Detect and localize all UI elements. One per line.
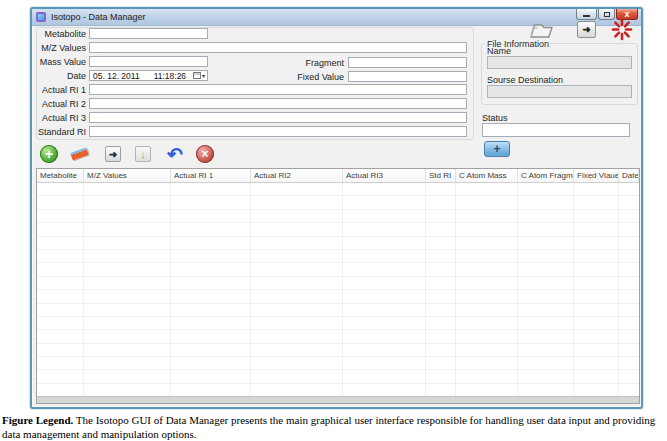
plus-icon: + (493, 143, 500, 155)
grid-line (618, 183, 619, 396)
import-button[interactable]: ➜ (105, 146, 121, 162)
column-header[interactable]: C Atom Mass (456, 169, 518, 182)
plus-icon: + (45, 146, 53, 162)
chevron-down-icon: ▾ (202, 72, 205, 79)
table-row[interactable] (37, 183, 639, 196)
date-picker[interactable]: 05. 12. 2011 11:18:26 ▾ (89, 70, 208, 81)
table-row[interactable] (37, 304, 639, 317)
grid-line (250, 183, 251, 396)
metabolite-input[interactable] (89, 28, 208, 39)
data-manager-window: Isotopo - Data Manager x Metabolite M/Z … (30, 7, 643, 409)
source-destination-label: Sourse Destination (487, 75, 563, 85)
table-row[interactable] (37, 290, 639, 303)
figure-page: Isotopo - Data Manager x Metabolite M/Z … (0, 0, 667, 441)
grid-line (170, 183, 171, 396)
mz-values-label: M/Z Values (36, 43, 86, 54)
minimize-button[interactable] (576, 9, 597, 20)
column-header[interactable]: Actual RI3 (343, 169, 426, 182)
status-label: Status (482, 113, 508, 123)
spinner-icon (610, 18, 634, 41)
table-row[interactable] (37, 237, 639, 250)
table-row[interactable] (37, 384, 639, 396)
table-body[interactable] (37, 183, 639, 396)
table-row[interactable] (37, 317, 639, 330)
source-destination-field (487, 85, 632, 98)
grid-line (517, 183, 518, 396)
date-value: 05. 12. 2011 (90, 71, 140, 81)
name-field (487, 56, 632, 69)
grid-line (573, 183, 574, 396)
grid-line (83, 183, 84, 396)
app-icon (36, 12, 46, 22)
figure-legend: Figure Legend. The Isotopo GUI of Data M… (2, 413, 665, 441)
table-row[interactable] (37, 344, 639, 357)
mz-values-input[interactable] (89, 42, 467, 53)
date-label: Date (36, 71, 86, 82)
date-dropdown[interactable]: ▾ (193, 72, 207, 79)
table-row[interactable] (37, 196, 639, 209)
actual-ri1-input[interactable] (89, 84, 467, 95)
column-header[interactable]: Date (619, 169, 639, 182)
column-header[interactable]: Metabolite (37, 169, 84, 182)
table-row[interactable] (37, 330, 639, 343)
arrow-right-icon: ➜ (109, 149, 117, 160)
legend-prefix: Figure Legend. (2, 414, 73, 426)
fixed-value-label: Fixed Value (268, 72, 344, 83)
column-header[interactable]: Fixed Vlaue (574, 169, 619, 182)
clear-form-button[interactable] (70, 145, 88, 163)
standard-ri-input[interactable] (89, 126, 467, 137)
eraser-icon (70, 147, 89, 160)
folder-icon (528, 19, 555, 40)
grid-line (455, 183, 456, 396)
column-header[interactable]: C Atom Fragment (518, 169, 574, 182)
fixed-value-input[interactable] (348, 71, 467, 82)
table-row[interactable] (37, 357, 639, 370)
busy-indicator (610, 18, 634, 45)
add-file-button[interactable]: + (484, 141, 510, 157)
window-title: Isotopo - Data Manager (51, 9, 146, 26)
arrow-forward-icon: ➜ (582, 24, 590, 35)
name-label: Name (487, 46, 511, 56)
minimize-icon (583, 15, 590, 17)
legend-text: The Isotopo GUI of Data Manager presents… (2, 414, 655, 440)
table-row[interactable] (37, 263, 639, 276)
records-table: MetaboliteM/Z ValuesActual RI 1Actual RI… (36, 168, 640, 404)
table-row[interactable] (37, 223, 639, 236)
column-header[interactable]: M/Z Values (84, 169, 171, 182)
mass-value-input[interactable] (89, 56, 208, 67)
horizontal-scrollbar[interactable] (37, 396, 639, 403)
column-header[interactable]: Actual RI 1 (171, 169, 251, 182)
file-information-group: File Information Name Sourse Destination (481, 43, 638, 105)
table-row[interactable] (37, 277, 639, 290)
actual-ri3-input[interactable] (89, 112, 467, 123)
actual-ri2-label: Actual RI 2 (36, 99, 86, 110)
fragment-label: Fragment (268, 58, 344, 69)
time-value: 11:18:26 (154, 71, 186, 81)
metabolite-label: Metabolite (36, 29, 86, 40)
actual-ri1-label: Actual RI 1 (36, 85, 86, 96)
delete-button[interactable]: × (196, 145, 214, 163)
status-input[interactable] (482, 123, 630, 137)
send-to-button[interactable]: ➜ (577, 21, 596, 38)
column-header[interactable]: Actual RI2 (251, 169, 343, 182)
actual-ri3-label: Actual RI 3 (36, 113, 86, 124)
maximize-icon (604, 12, 610, 17)
close-circle-icon: × (201, 147, 208, 161)
undo-icon: ↶ (167, 143, 183, 166)
table-header-row: MetaboliteM/Z ValuesActual RI 1Actual RI… (37, 169, 639, 183)
grid-line (342, 183, 343, 396)
undo-button[interactable]: ↶ (166, 145, 184, 163)
add-record-button[interactable]: + (40, 145, 58, 163)
fragment-input[interactable] (348, 57, 467, 68)
table-row[interactable] (37, 250, 639, 263)
grid-line (425, 183, 426, 396)
column-header[interactable]: Std RI (426, 169, 456, 182)
arrow-down-icon: ↓ (140, 148, 146, 160)
mass-value-label: Mass Value (36, 57, 86, 68)
table-row[interactable] (37, 370, 639, 383)
export-button[interactable]: ↓ (135, 146, 151, 162)
table-row[interactable] (37, 210, 639, 223)
standard-ri-label: Standard RI (36, 127, 86, 138)
actual-ri2-input[interactable] (89, 98, 467, 109)
calendar-icon (193, 72, 201, 79)
